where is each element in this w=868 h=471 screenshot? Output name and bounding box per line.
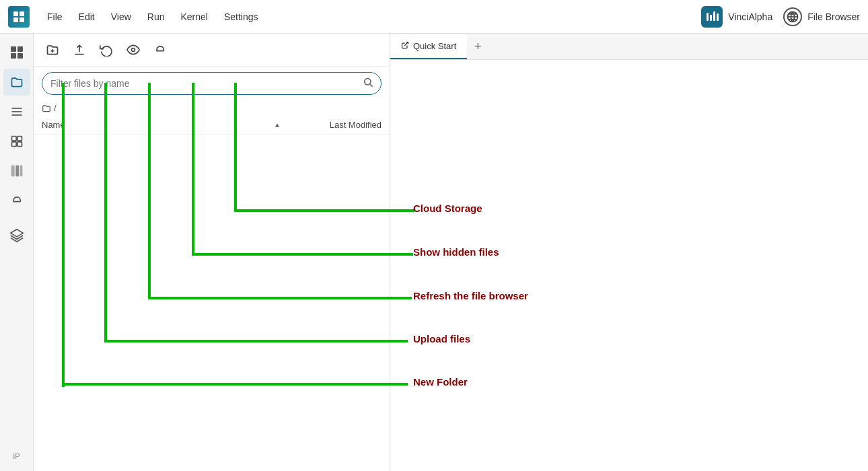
sort-arrow-icon: ▲: [274, 121, 281, 129]
sort-button[interactable]: ▲: [274, 121, 281, 129]
app-logo: [8, 6, 30, 28]
file-toolbar: [34, 34, 390, 67]
menu-view[interactable]: View: [104, 9, 138, 25]
activity-layers[interactable]: [3, 222, 30, 249]
file-panel: / Name ▲ Last Modified: [34, 34, 390, 471]
activity-toc[interactable]: [3, 98, 30, 125]
svg-rect-3: [20, 17, 24, 22]
svg-rect-17: [17, 137, 22, 141]
vinci-icon: [701, 6, 723, 28]
svg-rect-7: [717, 13, 719, 21]
svg-rect-11: [11, 53, 16, 59]
svg-rect-22: [11, 166, 14, 177]
activity-extension[interactable]: [3, 128, 30, 155]
activity-git[interactable]: [3, 157, 30, 184]
svg-rect-19: [17, 142, 22, 147]
vinci-alpha-btn[interactable]: VinciAlpha: [701, 6, 772, 28]
activity-bottom: IP: [10, 447, 22, 466]
svg-rect-12: [17, 53, 23, 59]
menu-file[interactable]: File: [40, 9, 69, 25]
vinci-label: VinciAlpha: [728, 11, 772, 22]
svg-point-31: [365, 79, 371, 85]
main-body: [390, 60, 868, 471]
file-browser-label: File Browser: [807, 11, 860, 22]
search-icon: [363, 77, 373, 90]
svg-rect-16: [11, 137, 16, 141]
svg-rect-0: [13, 11, 18, 16]
activity-file-browser[interactable]: [3, 69, 30, 96]
tab-quick-start-label: Quick Start: [413, 41, 456, 51]
tab-external-icon: [401, 41, 409, 51]
file-content: [34, 135, 390, 471]
svg-rect-18: [11, 142, 16, 147]
activity-cloud[interactable]: [3, 187, 30, 214]
new-folder-button[interactable]: [42, 39, 63, 61]
tabs-bar: Quick Start +: [390, 34, 868, 60]
file-browser-btn[interactable]: File Browser: [783, 7, 860, 26]
activity-launcher[interactable]: [3, 39, 30, 66]
svg-rect-9: [11, 46, 16, 52]
menu-bar: File Edit View Run Kernel Settings Vinci…: [0, 0, 868, 34]
globe-icon: [783, 7, 802, 26]
file-list-header: Name ▲ Last Modified: [34, 116, 390, 135]
menu-right: VinciAlpha File Browser: [701, 6, 860, 28]
svg-rect-1: [20, 11, 24, 16]
hidden-files-button[interactable]: [122, 39, 144, 61]
menu-items: File Edit View Run Kernel Settings: [40, 9, 701, 25]
svg-rect-2: [13, 17, 18, 22]
svg-rect-10: [17, 46, 23, 52]
menu-run[interactable]: Run: [141, 9, 172, 25]
col-modified-header: Last Modified: [281, 120, 382, 130]
search-bar: [42, 72, 382, 95]
menu-kernel[interactable]: Kernel: [174, 9, 214, 25]
svg-line-32: [370, 84, 373, 87]
tab-add-button[interactable]: +: [467, 34, 489, 59]
upload-button[interactable]: [69, 39, 90, 61]
refresh-button[interactable]: [96, 39, 117, 61]
svg-line-33: [404, 42, 408, 46]
menu-settings[interactable]: Settings: [217, 9, 265, 25]
main-layout: IP: [0, 34, 868, 471]
breadcrumb: /: [34, 100, 390, 116]
ip-label: IP: [10, 447, 22, 466]
svg-rect-24: [20, 166, 22, 177]
tab-quick-start[interactable]: Quick Start: [390, 34, 467, 59]
search-input[interactable]: [42, 72, 382, 95]
svg-marker-25: [10, 229, 22, 237]
breadcrumb-path: /: [54, 103, 57, 113]
svg-rect-4: [707, 13, 709, 21]
svg-rect-5: [710, 15, 712, 21]
svg-point-30: [132, 48, 135, 52]
activity-bar: IP: [0, 34, 34, 471]
menu-edit[interactable]: Edit: [72, 9, 102, 25]
svg-rect-23: [15, 166, 19, 177]
main-content: Quick Start +: [390, 34, 868, 471]
col-name-header: Name: [42, 120, 274, 130]
svg-rect-6: [713, 11, 715, 21]
cloud-storage-button[interactable]: [149, 39, 171, 61]
